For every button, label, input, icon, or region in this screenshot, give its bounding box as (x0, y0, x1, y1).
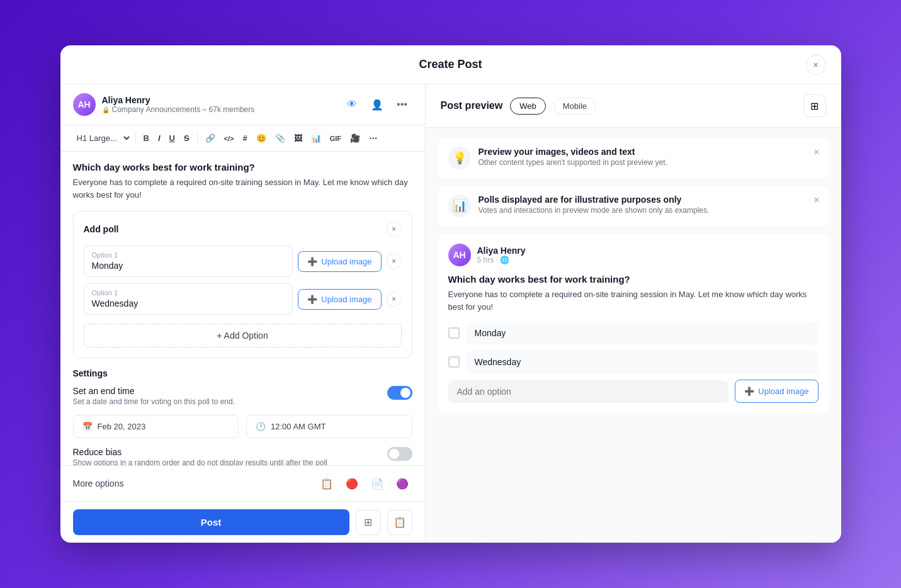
underline-button[interactable]: U (166, 131, 179, 145)
video-button[interactable]: 🎥 (346, 131, 364, 145)
format-icon-3-button[interactable]: 📄 (367, 473, 387, 494)
banner-2-close-button[interactable]: × (813, 195, 819, 206)
bias-toggle[interactable] (387, 447, 412, 461)
poll-preview-label-2: Wednesday (466, 351, 819, 373)
calendar-icon: 📅 (82, 422, 93, 431)
bottom-bar: More options 📋 🔴 📄 🟣 (60, 465, 425, 501)
preview-title: Post preview (441, 100, 503, 111)
author-info: Aliya Henry 🔒 Company Announcements – 67… (102, 95, 342, 114)
poll-checkbox-2[interactable] (448, 356, 460, 368)
poll-option-row-1: Option 1 ➕ Upload image × (84, 246, 402, 277)
audience-button[interactable]: 👤 (367, 94, 387, 115)
right-panel: Post preview Web Mobile ⊞ 💡 Preview your… (426, 84, 841, 543)
preview-upload-button[interactable]: ➕ Upload image (735, 380, 818, 403)
end-time-toggle[interactable] (387, 386, 412, 400)
preview-post-card: AH Aliya Henry 5 hrs · 🌐 Which day works… (438, 234, 829, 413)
link-button[interactable]: 🔗 (201, 131, 219, 145)
preview-author-name: Aliya Henry (477, 246, 526, 256)
banner-1-title: Preview your images, videos and text (479, 147, 667, 157)
gif-button[interactable]: GIF (326, 132, 345, 145)
poll-option-1-label: Option 1 (92, 251, 285, 259)
visibility-button[interactable]: 👁 (342, 94, 362, 115)
post-body: Everyone has to complete a required on-s… (73, 176, 412, 201)
modal-body: AH Aliya Henry 🔒 Company Announcements –… (60, 84, 841, 543)
lightbulb-icon: 💡 (448, 147, 471, 169)
poll-preview-option-2: Wednesday (448, 351, 819, 373)
banner-2-title: Polls displayed are for illustrative pur… (479, 195, 710, 205)
modal-close-button[interactable]: × (806, 55, 826, 75)
author-channel: 🔒 Company Announcements – 67k members (102, 105, 342, 114)
preview-content: 💡 Preview your images, videos and text O… (426, 128, 841, 543)
preview-post-title: Which day works best for work training? (448, 274, 819, 285)
poll-option-1-remove-button[interactable]: × (387, 254, 402, 269)
poll-checkbox-1[interactable] (448, 327, 460, 339)
heading-select[interactable]: H1 Large... (71, 130, 132, 146)
preview-post-author: AH Aliya Henry 5 hrs · 🌐 (448, 244, 819, 266)
preview-upload-icon: ➕ (744, 387, 754, 396)
poll-title: Add poll (84, 224, 119, 234)
toolbar-divider (135, 133, 136, 144)
upload-icon-2: ➕ (307, 295, 317, 304)
poll-close-button[interactable]: × (387, 222, 402, 237)
poll-option-1-input[interactable] (92, 261, 285, 271)
poll-box: Add poll × Option 1 ➕ Upload image (73, 211, 412, 358)
post-actions: Post ⊞ 📋 (60, 501, 425, 543)
chart-button[interactable]: 📊 (307, 131, 325, 145)
emoji-button[interactable]: 😊 (252, 131, 270, 145)
modal-title: Create Post (419, 58, 482, 71)
banner-2-desc: Votes and interactions in preview mode a… (479, 206, 710, 215)
more-options-button[interactable]: ••• (392, 94, 412, 115)
end-time-setting: Set an end time Set a date and time for … (73, 386, 412, 406)
poll-option-2-wrap: Option 1 (84, 283, 293, 315)
post-button[interactable]: Post (73, 509, 349, 535)
poll-option-2-remove-button[interactable]: × (387, 291, 402, 307)
copy-button[interactable]: 📋 (387, 510, 412, 535)
bold-button[interactable]: B (140, 131, 153, 145)
preview-post-body: Everyone has to complete a required on-s… (448, 288, 819, 313)
format-icon-2-button[interactable]: 🔴 (342, 473, 362, 494)
settings-title: Settings (73, 368, 412, 378)
format-icon-1-button[interactable]: 📋 (317, 473, 337, 494)
web-tab[interactable]: Web (510, 98, 546, 115)
hash-button[interactable]: # (239, 131, 251, 145)
preview-author-time: 5 hrs · 🌐 (477, 256, 526, 264)
more-options-label: More options (73, 478, 124, 489)
poll-banner-icon: 📊 (448, 195, 471, 217)
poll-option-2-input[interactable] (92, 298, 285, 308)
lock-icon: 🔒 (102, 106, 110, 113)
author-actions: 👁 👤 ••• (342, 94, 412, 115)
mobile-tab[interactable]: Mobile (553, 98, 596, 115)
author-name: Aliya Henry (102, 95, 342, 105)
strikethrough-button[interactable]: S (180, 131, 193, 145)
format-icon-4-button[interactable]: 🟣 (392, 473, 412, 494)
time-input[interactable]: 🕐 12:00 AM GMT (246, 415, 412, 438)
poll-preview-option-1: Monday (448, 322, 819, 344)
bias-setting: Reduce bias Show options in a random ord… (73, 447, 412, 465)
add-option-button[interactable]: + Add Option (84, 324, 402, 348)
attach-button[interactable]: 📎 (271, 131, 289, 145)
bottom-icons: 📋 🔴 📄 🟣 (317, 473, 412, 494)
panel-toggle-button[interactable]: ⊞ (803, 94, 826, 117)
more-toolbar-button[interactable]: ⋯ (365, 131, 381, 145)
end-time-label: Set an end time (73, 386, 235, 396)
add-option-input[interactable] (448, 380, 729, 403)
clock-icon: 🕐 (256, 422, 266, 431)
left-panel: AH Aliya Henry 🔒 Company Announcements –… (60, 84, 426, 543)
bias-desc: Show options in a random order and do no… (73, 458, 327, 465)
date-input[interactable]: 📅 Feb 20, 2023 (73, 415, 239, 438)
grid-view-button[interactable]: ⊞ (356, 510, 381, 535)
image-button[interactable]: 🖼 (290, 131, 306, 145)
poll-option-1-wrap: Option 1 (84, 246, 293, 277)
poll-option-2-label: Option 1 (92, 289, 285, 297)
create-post-modal: Create Post × AH Aliya Henry 🔒 Company A… (60, 45, 841, 543)
code-button[interactable]: </> (220, 132, 238, 145)
date-time-row: 📅 Feb 20, 2023 🕐 12:00 AM GMT (73, 415, 412, 438)
preview-banner-2: 📊 Polls displayed are for illustrative p… (438, 186, 829, 226)
poll-option-2-upload-button[interactable]: ➕ Upload image (298, 289, 381, 310)
poll-option-1-upload-button[interactable]: ➕ Upload image (298, 251, 381, 272)
banner-1-close-button[interactable]: × (813, 147, 819, 158)
poll-preview-add-row: ➕ Upload image (448, 380, 819, 403)
poll-preview-label-1: Monday (466, 322, 819, 344)
poll-option-row-2: Option 1 ➕ Upload image × (84, 283, 402, 315)
italic-button[interactable]: I (154, 131, 164, 145)
